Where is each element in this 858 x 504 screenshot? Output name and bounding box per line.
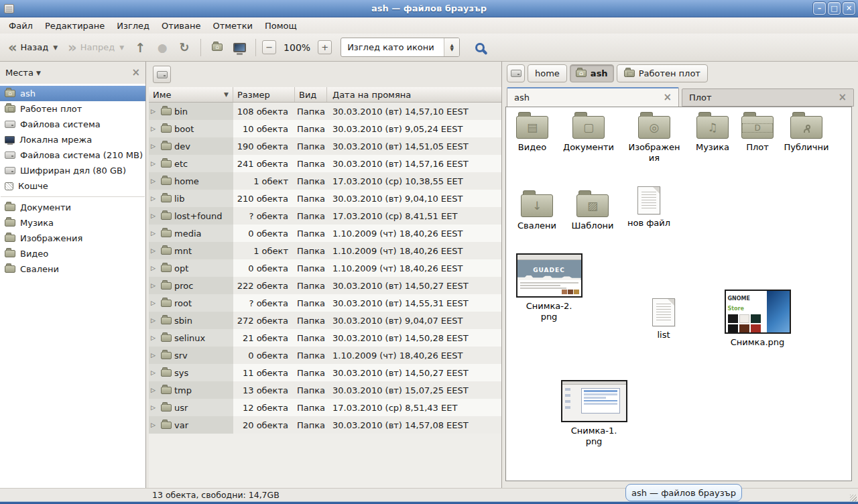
table-row[interactable]: ▷ usr 12 обекта Папка 17.03.2010 (ср) 8,… (149, 399, 501, 416)
sidebar-item-1[interactable]: Работен плот (0, 101, 145, 117)
table-row[interactable]: ▷ dev 190 обекта Папка 30.03.2010 (вт) 1… (149, 137, 501, 155)
zoom-out-button[interactable]: − (262, 40, 276, 54)
column-header-name[interactable]: Име ▼ (149, 87, 233, 102)
chevron-down-icon[interactable]: ▼ (36, 70, 41, 76)
breadcrumb-home-button[interactable]: home (528, 64, 567, 82)
folder-templates[interactable]: ▨ Шаблони (566, 189, 619, 231)
expander-icon[interactable]: ▷ (151, 125, 158, 132)
sidebar-item-0[interactable]: ash (0, 86, 145, 101)
table-row[interactable]: ▷ etc 241 обекта Папка 30.03.2010 (вт) 1… (149, 155, 501, 172)
expander-icon[interactable]: ▷ (151, 334, 158, 341)
reload-button[interactable]: ↻ (174, 38, 194, 58)
up-button[interactable]: ↑ (130, 38, 150, 58)
sidebar-item-7[interactable]: Документи (0, 200, 145, 215)
expander-icon[interactable]: ▷ (151, 143, 158, 149)
table-row[interactable]: ▷ root ? обекта Папка 30.03.2010 (вт) 14… (149, 294, 501, 312)
table-row[interactable]: ▷ srv 0 обекта Папка 1.10.2009 (чт) 18,4… (149, 346, 501, 364)
table-row[interactable]: ▷ opt 0 обекта Папка 1.10.2009 (чт) 18,4… (149, 259, 501, 277)
menu-edit[interactable]: Редактиране (39, 17, 111, 34)
table-row[interactable]: ▷ bin 108 обекта Папка 30.03.2010 (вт) 1… (149, 103, 501, 120)
expander-icon[interactable]: ▷ (151, 422, 158, 428)
breadcrumb-ash-button[interactable]: ash (570, 64, 614, 82)
back-dropdown-icon[interactable]: ▼ (53, 44, 58, 51)
menu-view[interactable]: Изглед (111, 17, 156, 34)
table-row[interactable]: ▷ tmp 13 обекта Папка 30.03.2010 (вт) 15… (149, 381, 501, 399)
table-row[interactable]: ▷ home 1 обект Папка 17.03.2010 (ср) 10,… (149, 172, 501, 190)
maximize-button[interactable]: □ (828, 2, 841, 15)
forward-dropdown-icon[interactable]: ▼ (119, 44, 124, 51)
folder-desktop[interactable]: D Плот (731, 111, 784, 153)
folder-video[interactable]: ▤ Видео (505, 111, 559, 153)
expander-icon[interactable]: ▷ (151, 195, 158, 202)
minimize-button[interactable]: – (813, 2, 826, 15)
tab-ash[interactable]: ash × (507, 87, 679, 107)
home-button[interactable] (207, 38, 227, 58)
close-button[interactable]: ✕ (843, 2, 855, 15)
file-new-file[interactable]: нов файл (622, 186, 676, 229)
column-header-date[interactable]: Дата на промяна (327, 87, 501, 102)
breadcrumb-desktop-button[interactable]: Работен плот (617, 64, 708, 82)
zoom-in-button[interactable]: + (318, 40, 332, 54)
expander-icon[interactable]: ▷ (151, 369, 158, 376)
table-row[interactable]: ▷ selinux 21 обекта Папка 30.03.2010 (вт… (149, 329, 501, 346)
table-row[interactable]: ▷ lost+found ? обекта Папка 17.03.2010 (… (149, 207, 501, 225)
sidebar-item-4[interactable]: Файлова система (210 MB) (0, 147, 145, 163)
expander-icon[interactable]: ▷ (151, 404, 158, 411)
table-row[interactable]: ▷ var 20 обекта Папка 30.03.2010 (вт) 14… (149, 416, 501, 434)
sidebar-item-5[interactable]: Шифриран дял (80 GB) (0, 163, 145, 178)
sidebar-item-3[interactable]: Локална мрежа (0, 132, 145, 147)
resize-grip[interactable] (850, 495, 857, 501)
root-location-button[interactable] (153, 66, 171, 83)
tab-close-icon[interactable]: × (663, 92, 672, 103)
expander-icon[interactable]: ▷ (151, 317, 158, 324)
combo-spinner-icon[interactable]: ▲▼ (444, 38, 459, 56)
folder-downloads[interactable]: ↓ Свалени (510, 189, 564, 231)
table-row[interactable]: ▷ boot 10 обекта Папка 30.03.2010 (вт) 9… (149, 120, 501, 137)
table-row[interactable]: ▷ lib 210 обекта Папка 30.03.2010 (вт) 9… (149, 190, 501, 207)
table-row[interactable]: ▷ mnt 1 обект Папка 1.10.2009 (чт) 18,40… (149, 242, 501, 259)
stop-button[interactable]: ● (152, 38, 172, 58)
expander-icon[interactable]: ▷ (151, 387, 158, 393)
table-row[interactable]: ▷ sbin 272 обекта Папка 30.03.2010 (вт) … (149, 312, 501, 329)
table-row[interactable]: ▷ proc 222 обекта Папка 30.03.2010 (вт) … (149, 277, 501, 294)
file-snimka[interactable]: GNOME Store Снимка.png (724, 290, 791, 348)
tab-close-icon[interactable]: × (838, 92, 847, 103)
tab-plot[interactable]: Плот × (682, 88, 854, 107)
expander-icon[interactable]: ▷ (151, 352, 158, 359)
sidebar-title[interactable]: Места (5, 68, 34, 78)
sidebar-item-10[interactable]: Видео (0, 246, 145, 261)
folder-documents[interactable]: ▢ Документи (562, 111, 615, 153)
expander-icon[interactable]: ▷ (151, 300, 158, 306)
file-snimka-1[interactable]: Снимка-1.png (560, 380, 627, 447)
table-row[interactable]: ▷ media 0 обекта Папка 1.10.2009 (чт) 18… (149, 225, 501, 242)
file-list[interactable]: list (637, 298, 690, 340)
expander-icon[interactable]: ▷ (151, 230, 158, 237)
expander-icon[interactable]: ▷ (151, 247, 158, 254)
menu-bookmarks[interactable]: Отметки (206, 17, 258, 34)
computer-button[interactable] (229, 38, 249, 58)
sidebar-item-9[interactable]: Изображения (0, 231, 145, 246)
forward-button[interactable]: » Напред ▼ (64, 39, 128, 56)
column-header-type[interactable]: Вид (295, 87, 327, 102)
sidebar-item-2[interactable]: Файлова система (0, 117, 145, 132)
folder-public[interactable]: Публични (780, 111, 833, 153)
expander-icon[interactable]: ▷ (151, 178, 158, 184)
breadcrumb-root-button[interactable] (507, 64, 525, 82)
expander-icon[interactable]: ▷ (151, 282, 158, 289)
expander-icon[interactable]: ▷ (151, 160, 158, 167)
sidebar-close-icon[interactable]: × (131, 68, 140, 78)
table-row[interactable]: ▷ sys 11 обекта Папка 30.03.2010 (вт) 14… (149, 364, 501, 381)
menu-go[interactable]: Отиване (156, 17, 206, 34)
sidebar-item-11[interactable]: Свалени (0, 261, 145, 277)
search-button[interactable] (469, 37, 491, 58)
sidebar-item-8[interactable]: Музика (0, 215, 145, 231)
view-mode-select[interactable]: Изглед като икони ▲▼ (341, 38, 460, 57)
file-snimka-2[interactable]: GUADEC Снимка-2.png (515, 253, 583, 322)
icon-view[interactable]: ▤ Видео ▢ Документи ◎ Изображения ♫ Музи… (505, 107, 852, 481)
column-header-size[interactable]: Размер (233, 87, 295, 102)
expander-icon[interactable]: ▷ (151, 108, 158, 115)
folder-images[interactable]: ◎ Изображения (627, 111, 681, 164)
menu-help[interactable]: Помощ (259, 17, 303, 34)
back-button[interactable]: « Назад ▼ (4, 39, 62, 56)
expander-icon[interactable]: ▷ (151, 212, 158, 219)
